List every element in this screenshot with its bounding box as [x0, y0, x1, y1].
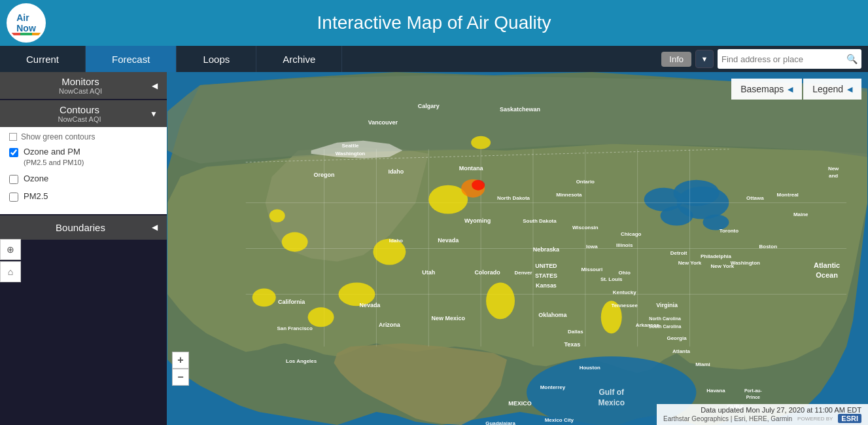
logo-rainbow [9, 33, 44, 35]
contour-option-pm25: PM2.5 [9, 191, 158, 202]
logo-area: AirNow [7, 3, 46, 43]
contour-option-ozone-pm: Ozone and PM (PM2.5 and PM10) [9, 147, 158, 167]
svg-text:MEXICO: MEXICO [508, 400, 531, 407]
svg-text:Idaho: Idaho [388, 168, 404, 175]
page-title: Interactive Map of Air Quality [317, 12, 551, 33]
contours-section: Contours NowCast AQI ▼ Show green contou… [0, 100, 167, 214]
contours-title: Contours [9, 104, 150, 115]
zoom-in-button[interactable]: + [172, 352, 189, 369]
svg-text:Ohio: Ohio [619, 270, 631, 276]
contours-header[interactable]: Contours NowCast AQI ▼ [0, 100, 167, 127]
gps-tool-button[interactable]: ⊕ [0, 239, 21, 260]
contours-collapse-arrow: ▼ [150, 109, 158, 119]
data-update-text: Data updated Mon July 27, 2020 at 11:00 … [701, 406, 861, 414]
svg-text:Ontario: Ontario [576, 179, 595, 185]
home-tool-button[interactable]: ⌂ [0, 261, 21, 282]
svg-point-33 [308, 307, 334, 327]
svg-point-25 [461, 179, 485, 198]
svg-text:Prince: Prince [746, 395, 760, 399]
svg-rect-0 [167, 72, 867, 425]
legend-arrow: ◀ [847, 85, 852, 94]
main-content: Monitors NowCast AQI ◀ Contours NowCast … [0, 72, 868, 425]
svg-text:Saskatchewan: Saskatchewan [500, 106, 540, 113]
svg-point-28 [339, 282, 375, 306]
svg-text:Washington: Washington [336, 151, 365, 157]
dropdown-button[interactable]: ▼ [695, 50, 714, 68]
svg-text:Minnesota: Minnesota [556, 192, 582, 198]
svg-text:South Dakota: South Dakota [523, 218, 557, 224]
info-button[interactable]: Info [661, 52, 691, 67]
svg-text:Denver: Denver [514, 270, 532, 276]
svg-text:Guadalajara: Guadalajara [485, 420, 515, 425]
svg-text:North Carolina: North Carolina [649, 316, 681, 321]
svg-text:Washington: Washington [731, 260, 760, 266]
ozone-pm-checkbox[interactable] [9, 148, 18, 157]
monitors-subtitle: NowCast AQI [9, 87, 152, 95]
tab-forecast[interactable]: Forecast [86, 46, 177, 72]
svg-text:Chicago: Chicago [621, 231, 642, 237]
ozone-pm-label: Ozone and PM (PM2.5 and PM10) [24, 147, 84, 167]
svg-text:Utah: Utah [422, 269, 435, 276]
boundaries-title: Boundaries [9, 222, 152, 233]
legend-label: Legend [812, 84, 843, 94]
svg-text:UNITED: UNITED [535, 263, 557, 269]
tab-loops[interactable]: Loops [177, 46, 256, 72]
svg-text:Monterrey: Monterrey [540, 384, 566, 390]
svg-point-29 [486, 282, 515, 319]
zoom-controls: + − [172, 352, 189, 386]
map-top-right-controls: Basemaps ◀ Legend ◀ [731, 79, 861, 100]
search-icon[interactable]: 🔍 [846, 54, 858, 64]
svg-point-1 [677, 187, 729, 219]
ozone-checkbox[interactable] [9, 175, 18, 184]
esri-attribution: Earthstar Geographics | Esri, HERE, Garm… [663, 414, 861, 423]
svg-point-34 [471, 136, 491, 149]
basemaps-label: Basemaps [740, 84, 784, 94]
svg-text:STATES: STATES [535, 272, 557, 279]
boundaries-header[interactable]: Boundaries ◀ [0, 215, 167, 240]
tab-current[interactable]: Current [0, 46, 86, 72]
svg-text:Arizona: Arizona [379, 322, 401, 328]
esri-logo: POWERED BY ESRI [797, 414, 861, 423]
contours-header-center: Contours NowCast AQI [9, 104, 150, 123]
svg-point-4 [644, 188, 684, 212]
legend-button[interactable]: Legend ◀ [803, 79, 861, 100]
svg-point-30 [601, 301, 622, 333]
tab-archive[interactable]: Archive [256, 46, 342, 72]
svg-text:Vancouver: Vancouver [368, 119, 398, 126]
svg-point-24 [282, 232, 308, 252]
svg-text:New Mexico: New Mexico [432, 315, 466, 322]
svg-text:Atlantic: Atlantic [814, 261, 840, 269]
esri-powered-text: POWERED BY [797, 416, 833, 422]
svg-text:New: New [828, 166, 839, 172]
svg-text:Oklahoma: Oklahoma [538, 312, 567, 318]
svg-point-2 [661, 206, 693, 226]
left-panel: Monitors NowCast AQI ◀ Contours NowCast … [0, 72, 167, 425]
svg-text:Atlanta: Atlanta [672, 348, 691, 354]
zoom-out-button[interactable]: − [172, 369, 189, 386]
svg-point-5 [674, 180, 720, 206]
svg-text:Nevada: Nevada [359, 302, 381, 308]
monitors-header[interactable]: Monitors NowCast AQI ◀ [0, 72, 167, 99]
status-bar: Data updated Mon July 27, 2020 at 11:00 … [657, 404, 868, 425]
map-area[interactable]: Gulf of Mexico Atlantic Ocean [167, 72, 868, 425]
basemaps-button[interactable]: Basemaps ◀ [731, 79, 802, 100]
svg-text:Houston: Houston [580, 365, 600, 371]
svg-text:and: and [829, 173, 838, 179]
svg-text:Mexico: Mexico [598, 398, 625, 407]
svg-text:Kentucky: Kentucky [613, 289, 636, 295]
show-green-checkbox[interactable] [9, 133, 17, 141]
search-input[interactable] [721, 54, 846, 64]
esri-logo-box: ESRI [838, 414, 861, 423]
svg-text:Maine: Maine [793, 212, 808, 217]
navigation-bar: Current Forecast Loops Archive Info ▼ 🔍 [0, 46, 868, 72]
svg-text:North Dakota: North Dakota [497, 195, 530, 201]
pm25-checkbox[interactable] [9, 193, 18, 202]
svg-text:Montana: Montana [459, 165, 484, 172]
svg-text:California: California [278, 299, 305, 305]
svg-text:Miami: Miami [695, 361, 710, 367]
svg-point-26 [472, 180, 485, 191]
svg-text:Toronto: Toronto [720, 228, 739, 234]
svg-text:Gulf of: Gulf of [599, 388, 625, 397]
svg-text:Nebraska: Nebraska [533, 246, 560, 253]
svg-text:Los Angeles: Los Angeles [286, 358, 317, 364]
